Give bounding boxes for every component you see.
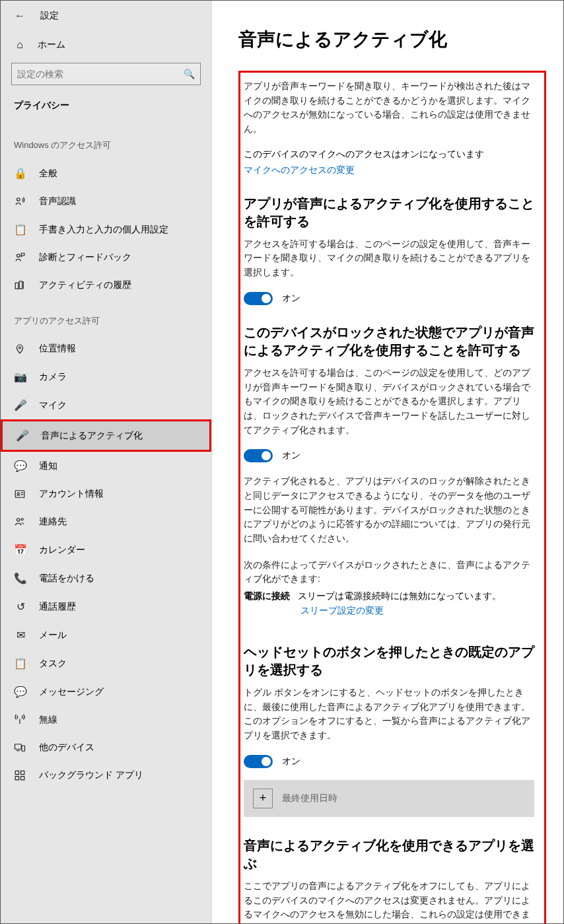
otherdevices-icon [14,742,27,754]
phone-icon: 📞 [14,572,27,585]
sidebar-item-label: バックグラウンド アプリ [39,769,143,781]
headset-default-app-toggle[interactable] [244,755,273,768]
svg-rect-13 [15,744,22,750]
sidebar-item-label: 音声認識 [39,195,76,207]
sidebar-item-label: 手書き入力と入力の個人用設定 [39,224,168,236]
sidebar-item-general[interactable]: 🔒 全般 [1,159,211,188]
sidebar: ← 設定 ⌂ ホーム 🔍 プライバシー Windows のアクセス許可 🔒 全般… [1,1,212,923]
sidebar-item-label: 無線 [39,714,57,726]
sidebar-item-other-devices[interactable]: 他のデバイス [1,734,211,762]
change-sleep-settings-link[interactable]: スリープ設定の変更 [300,605,384,616]
sidebar-item-email[interactable]: ✉ メール [1,621,211,649]
toggle-label: オン [282,450,300,462]
power-condition-row: 電源に接続 スリープは電源接続時には無効になっています。 [244,590,538,602]
svg-rect-15 [22,746,25,751]
sidebar-item-camera[interactable]: 📷 カメラ [1,363,211,391]
window-header: ← 設定 [1,6,211,31]
sidebar-item-tasks[interactable]: 📋 タスク [1,649,211,678]
sidebar-item-label: メッセージング [39,686,104,698]
sidebar-item-label: アクティビティの履歴 [39,279,131,291]
intro-paragraph: アプリが音声キーワードを聞き取り、キーワードが検出された後はマイクの聞き取りを続… [244,79,534,137]
last-used-app-picker[interactable]: + 最終使用日時 [244,780,534,817]
tasks-icon: 📋 [14,657,27,670]
content-pane: 音声によるアクティブ化 アプリが音声キーワードを聞き取り、キーワードが検出された… [212,1,563,923]
svg-point-1 [17,254,20,258]
sidebar-item-label: アカウント情報 [39,488,104,500]
svg-point-7 [17,493,19,495]
sidebar-item-messaging[interactable]: 💬 メッセージング [1,678,211,706]
sidebar-item-label: 位置情報 [39,343,76,355]
background-icon [14,769,27,781]
section-choose-apps-desc: ここでアプリの音声によるアクティブ化をオフにしても、アプリによるこのデバイスのマ… [244,879,534,923]
locked-voice-activation-toggle[interactable] [244,449,273,462]
section-headset-default-app-title: ヘッドセットのボタンを押したときの既定のアプリを選択する [244,643,534,679]
locked-voice-activation-note: アクティブ化されると、アプリはデバイスのロックが解除されたときと同じデータにアク… [244,474,534,546]
sidebar-item-phone-calls[interactable]: 📞 電話をかける [1,564,211,592]
search-input-wrapper[interactable]: 🔍 [11,63,201,85]
sidebar-group-app-permissions: アプリのアクセス許可 [1,299,211,335]
home-nav[interactable]: ⌂ ホーム [1,31,211,63]
sidebar-item-feedback[interactable]: 診断とフィードバック [1,244,211,271]
sidebar-item-speech[interactable]: 音声認識 [1,188,211,215]
feedback-icon [14,252,27,264]
sidebar-item-call-history[interactable]: ↺ 通話履歴 [1,592,211,621]
sidebar-item-label: カレンダー [39,544,85,556]
radio-icon [14,714,27,726]
locked-voice-activation-toggle-row: オン [244,449,538,462]
last-used-app-label: 最終使用日時 [282,793,337,804]
home-icon: ⌂ [14,39,26,51]
section-headset-default-app-desc: トグル ボタンをオンにすると、ヘッドセットのボタンを押したときに、最後に使用した… [244,686,534,743]
svg-point-0 [17,198,20,201]
account-icon [14,488,27,500]
sidebar-item-account-info[interactable]: アカウント情報 [1,480,211,508]
svg-rect-19 [21,777,24,780]
search-icon: 🔍 [184,69,195,79]
sidebar-item-label: カメラ [39,371,67,383]
ink-icon: 📋 [14,223,27,236]
speech-icon [14,195,27,207]
plus-icon: + [253,789,273,808]
sidebar-item-label: メール [39,629,67,641]
change-mic-access-link[interactable]: マイクへのアクセスの変更 [244,164,538,176]
home-label: ホーム [38,39,65,51]
section-choose-apps-title: 音声によるアクティブ化を使用できるアプリを選ぶ [244,837,534,872]
svg-rect-2 [15,283,18,289]
svg-point-5 [19,347,21,349]
history-icon [14,279,27,291]
sidebar-item-label: 通知 [39,460,57,472]
sidebar-item-label: タスク [39,658,67,670]
messaging-icon: 💬 [14,686,27,698]
back-button[interactable]: ← [14,10,26,22]
sidebar-item-inking[interactable]: 📋 手書き入力と入力の個人用設定 [1,215,211,244]
lock-conditions-label: 次の条件によってデバイスがロックされたときに、音声によるアクティブ化ができます: [244,558,534,586]
voice-activation-icon: 🎤 [16,429,29,442]
svg-rect-3 [19,281,22,289]
sidebar-item-microphone[interactable]: 🎤 マイク [1,391,211,419]
notification-icon: 💬 [14,460,27,472]
annotated-region: アプリが音声キーワードを聞き取り、キーワードが検出された後はマイクの聞き取りを続… [238,71,546,923]
sidebar-group-windows-permissions: Windows のアクセス許可 [1,124,211,159]
sidebar-item-notifications[interactable]: 💬 通知 [1,452,211,480]
page-title: 音声によるアクティブ化 [238,27,540,52]
sidebar-item-radios[interactable]: 無線 [1,706,211,734]
sidebar-item-background-apps[interactable]: バックグラウンド アプリ [1,762,211,789]
sidebar-item-calendar[interactable]: 📅 カレンダー [1,536,211,564]
sidebar-item-location[interactable]: 位置情報 [1,335,211,363]
sidebar-item-voice-activation[interactable]: 🎤 音声によるアクティブ化 [3,421,209,450]
sidebar-item-label: マイク [39,400,67,411]
svg-rect-16 [15,771,18,774]
sidebar-item-contacts[interactable]: 連絡先 [1,508,211,536]
search-input[interactable] [17,69,184,79]
allow-voice-activation-toggle[interactable] [244,292,273,305]
section-locked-voice-activation-desc: アクセスを許可する場合は、このページの設定を使用して、どのアプリが音声キーワード… [244,366,534,437]
window-title: 設定 [40,10,59,22]
calendar-icon: 📅 [14,544,27,556]
location-icon [14,343,27,355]
sidebar-item-label: 音声によるアクティブ化 [41,430,143,442]
toggle-label: オン [282,293,300,304]
svg-rect-6 [15,491,24,498]
svg-rect-18 [15,777,18,780]
section-locked-voice-activation-title: このデバイスがロックされた状態でアプリが音声によるアクティブ化を使用することを許… [244,324,534,359]
sidebar-item-label: 連絡先 [39,516,67,528]
sidebar-item-activity-history[interactable]: アクティビティの履歴 [1,271,211,299]
